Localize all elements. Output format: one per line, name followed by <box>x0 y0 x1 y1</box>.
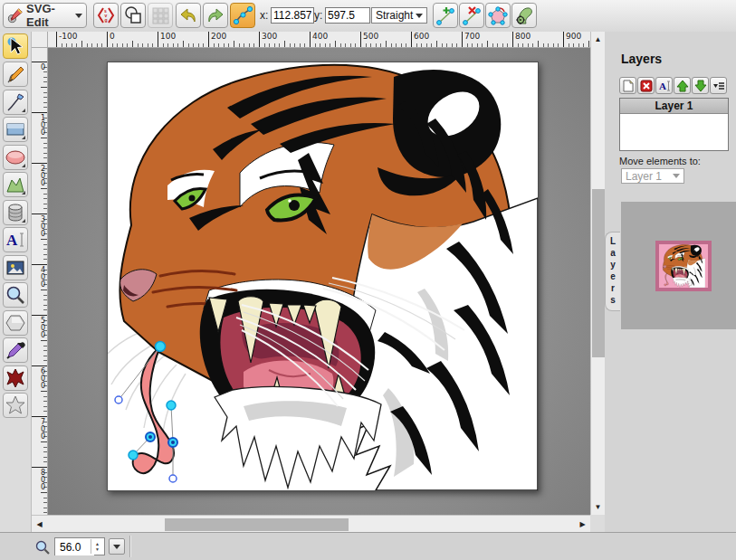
menu-icon <box>712 80 725 92</box>
segment-type-select[interactable]: Straight <box>371 7 427 24</box>
logo-label: SVG-Edit <box>26 2 72 29</box>
tool-line[interactable] <box>3 90 28 115</box>
tool-path[interactable] <box>3 172 28 197</box>
image-icon <box>5 257 26 279</box>
scroll-up-icon[interactable]: ▲ <box>591 33 605 46</box>
tool-shape-library[interactable] <box>3 200 28 225</box>
rename-layer-button[interactable]: A <box>655 77 673 94</box>
horizontal-ruler: -10001002003004005006007008009001000 <box>48 32 590 48</box>
tiger-thumbnail-image <box>659 244 708 288</box>
horizontal-scrollbar[interactable]: ◀ ▶ <box>32 515 590 532</box>
text-icon: A <box>5 229 26 251</box>
tool-star[interactable] <box>3 393 28 418</box>
source-code-button[interactable]: s v g <box>93 3 119 28</box>
segment-type-value: Straight <box>376 9 413 22</box>
tool-rectangle[interactable] <box>3 117 28 142</box>
tool-zoom[interactable] <box>3 282 28 308</box>
ruler-tick-label: 900 <box>563 32 581 47</box>
zoom-spinner[interactable]: ▲▼ <box>91 539 103 554</box>
ruler-tick-label: 500 <box>360 32 378 47</box>
layer-menu-button[interactable] <box>710 77 727 94</box>
path-node[interactable] <box>167 401 176 410</box>
redo-icon <box>206 5 225 25</box>
tool-eyedropper[interactable] <box>3 337 28 363</box>
ruler-tick-label: 100 <box>32 112 47 136</box>
layers-panel-title: Layers <box>621 52 662 66</box>
new-layer-button[interactable] <box>619 77 636 94</box>
layers-side-tab[interactable]: Layers <box>605 232 620 311</box>
workspace[interactable] <box>48 48 590 515</box>
vertical-scrollbar[interactable]: ▲ ▼ <box>590 32 605 515</box>
tool-polygon[interactable] <box>3 310 28 336</box>
red-cross-icon <box>5 367 26 389</box>
add-node-icon <box>435 5 455 25</box>
convert-to-path-button[interactable] <box>511 3 537 28</box>
ruler-tick-label: 700 <box>32 416 47 440</box>
delete-node-button[interactable] <box>459 3 484 28</box>
tool-ellipse[interactable] <box>3 145 28 170</box>
tool-image[interactable] <box>3 255 28 280</box>
control-point[interactable] <box>115 396 122 403</box>
layer-row[interactable]: Layer 1 <box>620 99 728 114</box>
arrow-up-icon <box>676 80 689 92</box>
edit-node-tool-button[interactable] <box>230 3 255 28</box>
eyedropper-icon <box>5 339 26 361</box>
zoom-level-input[interactable] <box>55 539 94 555</box>
add-node-button[interactable] <box>433 3 458 28</box>
control-point[interactable] <box>169 475 177 482</box>
zoom-preset-dropdown[interactable] <box>109 538 125 555</box>
scroll-left-icon[interactable]: ◀ <box>33 517 46 531</box>
selected-path-node[interactable] <box>168 438 177 447</box>
main-menu-button[interactable]: SVG-Edit <box>3 3 87 28</box>
delete-layer-button[interactable] <box>637 77 655 94</box>
select-cursor-icon <box>5 35 26 57</box>
left-toolbar: A <box>0 32 32 532</box>
raise-layer-button[interactable] <box>674 77 691 94</box>
delete-node-icon <box>462 5 482 25</box>
redo-button[interactable] <box>203 3 228 28</box>
ruler-tick-label: 500 <box>32 315 47 338</box>
ruler-tick-label: 0 <box>32 62 47 71</box>
chevron-down-icon <box>75 14 82 18</box>
x-coordinate-input[interactable] <box>271 7 314 24</box>
undo-icon <box>178 5 198 25</box>
wireframe-grid-button[interactable] <box>148 3 173 28</box>
vertical-scrollbar-thumb[interactable] <box>592 189 605 357</box>
y-coordinate-label: y: <box>314 9 322 22</box>
scroll-down-icon[interactable]: ▼ <box>591 500 605 514</box>
svg-canvas[interactable] <box>107 62 539 491</box>
divider <box>129 536 130 557</box>
path-node[interactable] <box>129 451 138 460</box>
chevron-down-icon <box>113 545 120 549</box>
ruler-tick-label: 200 <box>208 32 226 47</box>
tool-select[interactable] <box>3 33 28 59</box>
scrollbar-corner <box>590 515 605 532</box>
ruler-tick-label: 400 <box>310 32 328 47</box>
tool-pencil[interactable] <box>3 62 28 87</box>
magnifier-icon <box>5 284 26 306</box>
tool-text[interactable]: A <box>3 227 28 252</box>
tool-fill-pattern[interactable] <box>3 365 28 391</box>
lower-layer-button[interactable] <box>692 77 709 94</box>
status-bar: ▲▼ <box>0 532 736 560</box>
delete-layer-icon <box>640 80 653 92</box>
tiger-artwork <box>108 62 538 490</box>
y-coordinate-input[interactable] <box>325 7 370 24</box>
star-icon <box>5 394 26 416</box>
horizontal-scrollbar-thumb[interactable] <box>165 518 349 531</box>
open-path-button[interactable] <box>485 3 511 28</box>
pencil-icon <box>5 63 26 85</box>
move-elements-select[interactable]: Layer 1 <box>621 168 684 184</box>
new-layer-icon <box>622 80 635 92</box>
document-properties-button[interactable] <box>120 3 146 28</box>
undo-button[interactable] <box>176 3 201 28</box>
selected-path-node[interactable] <box>146 432 155 441</box>
zoom-level-field: ▲▼ <box>54 537 105 555</box>
hexagon-icon <box>5 312 26 334</box>
rename-layer-icon: A <box>658 80 671 92</box>
path-node[interactable] <box>156 342 166 352</box>
edit-node-icon <box>233 5 253 25</box>
ruler-tick-label: 300 <box>259 32 277 47</box>
scroll-right-icon[interactable]: ▶ <box>576 517 589 531</box>
vertical-ruler: 0100200300400500600700800900 <box>32 48 48 515</box>
